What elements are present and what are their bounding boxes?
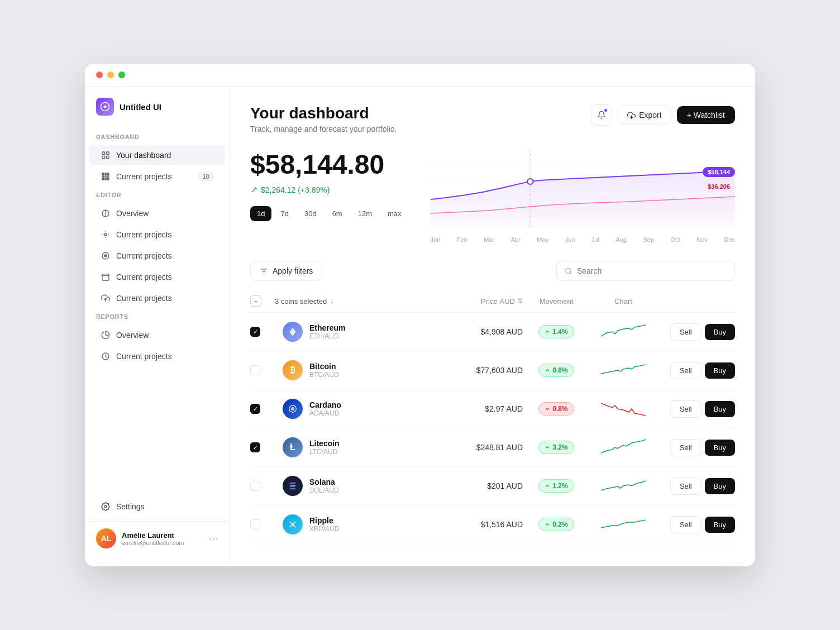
chart-xrp	[590, 513, 657, 536]
minimize-dot[interactable]	[107, 71, 114, 78]
check-xrp[interactable]	[250, 519, 275, 529]
logo-icon	[96, 98, 114, 116]
chart-eth	[590, 321, 657, 343]
coin-text-btc: Bitcoin BTC/AUD	[309, 362, 339, 379]
buy-xrp-button[interactable]: Buy	[705, 517, 735, 533]
checkbox-ltc[interactable]	[250, 442, 260, 452]
coin-info-ada: Cardano ADA/AUD	[275, 399, 433, 419]
sidebar-item-label: Your dashboard	[116, 151, 171, 160]
buy-eth-button[interactable]: Buy	[705, 324, 735, 340]
movement-xrp: 0.2%	[523, 518, 590, 531]
sell-xrp-button[interactable]: Sell	[670, 516, 701, 533]
checkbox-xrp[interactable]	[250, 519, 260, 529]
app-window: Untitled UI Dashboard Your dashboard Cur…	[85, 64, 755, 566]
selection-count: 3 coins selected	[275, 297, 327, 306]
notification-button[interactable]	[591, 104, 612, 126]
price-ltc: $248.81 AUD	[433, 443, 523, 452]
chart-sol	[590, 475, 657, 497]
chart-months: Jan Feb Mar Apr May Jun Jul Aug Sep Oct …	[431, 236, 735, 243]
page-title-group: Your dashboard Track, manage and forecas…	[250, 104, 397, 133]
checkbox-ada[interactable]	[250, 404, 260, 414]
sidebar-item-your-dashboard[interactable]: Your dashboard	[89, 145, 225, 165]
buy-btc-button[interactable]: Buy	[705, 362, 735, 379]
watchlist-button[interactable]: + Watchlist	[677, 106, 735, 124]
check-btc[interactable]	[250, 365, 275, 375]
buy-ltc-button[interactable]: Buy	[705, 440, 735, 456]
magic-icon	[101, 230, 111, 240]
apply-filters-button[interactable]: Apply filters	[250, 261, 322, 281]
circle-dot-icon	[101, 251, 111, 261]
coin-text-sol: Solana SOL/AUD	[309, 478, 339, 494]
svg-rect-12	[105, 178, 107, 180]
checkbox-eth[interactable]	[250, 327, 260, 337]
movement-eth: 1.4%	[523, 325, 590, 338]
export-button[interactable]: Export	[618, 106, 671, 125]
sidebar-item-current-projects-dashboard[interactable]: Current projects 10	[89, 166, 225, 187]
sort-icon: ⇅	[517, 297, 523, 305]
time-filter-6m[interactable]: 6m	[326, 206, 349, 221]
coin-icon-xrp	[283, 514, 303, 534]
svg-rect-7	[107, 173, 109, 175]
header-chart: Chart	[590, 297, 657, 306]
coin-icon-eth	[283, 322, 303, 342]
sidebar-item-label: Current projects	[116, 230, 172, 239]
deselect-icon[interactable]: −	[250, 295, 261, 307]
sidebar-item-current-projects-editor4[interactable]: Current projects	[89, 288, 225, 308]
sidebar-item-overview-editor[interactable]: Overview	[89, 203, 225, 223]
search-box[interactable]	[556, 261, 735, 281]
header-selection-label: 3 coins selected ↓	[275, 297, 433, 306]
check-ada[interactable]	[250, 404, 275, 414]
actions-ada: Sell Buy	[657, 400, 735, 418]
sidebar-item-settings[interactable]: Settings	[89, 497, 225, 516]
check-ltc[interactable]	[250, 442, 275, 452]
header-price[interactable]: Price AUD ⇅	[433, 297, 523, 306]
maximize-dot[interactable]	[118, 71, 125, 78]
header-check: −	[250, 295, 275, 307]
avatar: AL	[96, 528, 116, 548]
sell-ada-button[interactable]: Sell	[670, 400, 701, 418]
coin-row-btc: ₿ Bitcoin BTC/AUD $77,603 AUD 0.6%	[250, 351, 735, 390]
sidebar-item-current-projects-editor2[interactable]: Current projects	[89, 246, 225, 266]
sidebar-item-label: Settings	[116, 502, 145, 511]
sell-sol-button[interactable]: Sell	[670, 478, 701, 495]
user-name: Amélie Laurent	[122, 531, 203, 540]
sidebar-item-overview-reports[interactable]: Overview	[89, 325, 225, 345]
portfolio-change-text: $2,264.12 (+3.89%)	[261, 185, 330, 194]
coin-info-sol: Solana SOL/AUD	[275, 476, 433, 496]
titlebar	[85, 64, 755, 87]
svg-rect-10	[107, 176, 109, 178]
check-eth[interactable]	[250, 327, 275, 337]
sidebar-item-label: Current projects	[116, 251, 172, 260]
price-xrp: $1,516 AUD	[433, 520, 523, 529]
sell-btc-button[interactable]: Sell	[670, 362, 701, 379]
svg-rect-11	[102, 178, 104, 180]
check-sol[interactable]	[250, 481, 275, 491]
sidebar-item-current-projects-reports[interactable]: Current projects	[89, 346, 225, 366]
actions-ltc: Sell Buy	[657, 439, 735, 456]
checkbox-btc[interactable]	[250, 365, 260, 375]
time-filter-1d[interactable]: 1d	[250, 206, 271, 221]
search-input[interactable]	[577, 266, 727, 275]
svg-line-38	[570, 273, 572, 274]
sidebar-item-label: Current projects	[116, 294, 172, 303]
coin-info-ltc: Ł Litecoin LTC/AUD	[275, 437, 433, 457]
sell-ltc-button[interactable]: Sell	[670, 439, 701, 456]
page-title: Your dashboard	[250, 104, 397, 122]
sidebar-item-current-projects-editor3[interactable]: Current projects	[89, 267, 225, 287]
svg-rect-5	[102, 173, 104, 175]
user-menu-button[interactable]: ⋯	[208, 532, 218, 545]
user-profile: AL Amélie Laurent amelie@untitledui.com …	[85, 521, 230, 555]
currency-sort[interactable]: AUD ⇅	[500, 297, 523, 306]
time-filter-max[interactable]: max	[381, 206, 408, 221]
buy-ada-button[interactable]: Buy	[705, 401, 735, 417]
time-filter-30d[interactable]: 30d	[298, 206, 323, 221]
actions-eth: Sell Buy	[657, 323, 735, 341]
sidebar-item-current-projects-editor1[interactable]: Current projects	[89, 225, 225, 245]
checkbox-sol[interactable]	[250, 481, 260, 491]
price-sol: $201 AUD	[433, 481, 523, 490]
time-filter-12m[interactable]: 12m	[351, 206, 379, 221]
sell-eth-button[interactable]: Sell	[670, 323, 701, 341]
time-filter-7d[interactable]: 7d	[274, 206, 295, 221]
buy-sol-button[interactable]: Buy	[705, 478, 735, 494]
close-dot[interactable]	[96, 71, 103, 78]
